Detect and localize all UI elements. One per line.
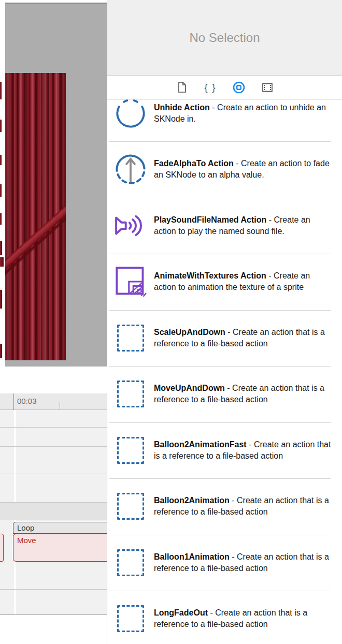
edge-sprite-fragment <box>0 155 2 165</box>
inspector-header: No Selection <box>107 0 342 76</box>
media-library-icon <box>261 81 274 94</box>
library-item-animatewithtextures-action[interactable]: AnimateWithTextures Action - Create an a… <box>107 254 342 310</box>
library-item-balloon2animation[interactable]: Balloon2Animation - Create an action tha… <box>107 478 342 535</box>
edge-sprite-fragment <box>0 82 2 99</box>
library-item-unhide-action[interactable]: Unhide Action - Create an action to unhi… <box>107 99 342 141</box>
edge-sprite-fragment <box>0 184 2 197</box>
timeline-tracks[interactable] <box>0 410 107 615</box>
dashed-square-file-action-icon <box>117 605 144 632</box>
track-separator <box>0 446 107 447</box>
library-item-text: Balloon2Animation - Create an action tha… <box>154 495 342 518</box>
library-item-text: PlaySoundFileNamed Action - Create an ac… <box>154 214 342 237</box>
edge-sprite-fragment <box>0 120 2 132</box>
ruler-tick <box>60 402 60 410</box>
library-item-balloon1animation[interactable]: Balloon1Animation - Create an action tha… <box>107 535 342 591</box>
library-item-text: Unhide Action - Create an action to unhi… <box>154 102 342 125</box>
no-selection-label: No Selection <box>189 31 260 45</box>
timeline-ruler[interactable]: 00:03 <box>0 393 107 410</box>
library-item-text: FadeAlphaTo Action - Create an action to… <box>154 158 342 181</box>
file-template-icon <box>176 81 188 94</box>
track-separator <box>0 589 107 590</box>
object-library-icon <box>232 81 246 94</box>
library-item-text: Balloon1Animation - Create an action tha… <box>154 551 342 574</box>
library-item-text: Balloon2AnimationFast - Create an action… <box>154 439 342 462</box>
scene-editor-panel: − = + 00:03 Loop Move <box>0 0 107 644</box>
edge-sprite-fragment <box>0 257 4 267</box>
timeline-zoom-toolbar: − = + <box>0 367 107 393</box>
tab-media-library[interactable] <box>261 81 274 94</box>
tab-code-snippet-library[interactable]: { } <box>204 81 217 94</box>
dashed-square-file-action-icon <box>117 549 144 576</box>
library-item-fadealphato-action[interactable]: FadeAlphaTo Action - Create an action to… <box>107 141 342 198</box>
edge-sprite-fragment <box>0 213 2 225</box>
fade-alpha-circle-arrow-icon <box>115 153 147 185</box>
library-item-scaleupanddown[interactable]: ScaleUpAndDown - Create an action that i… <box>107 310 342 367</box>
track-separator <box>0 474 107 474</box>
dashed-square-file-action-icon <box>117 325 144 352</box>
xcode-spritekit-editor: − = + 00:03 Loop Move <box>0 0 342 644</box>
edge-sprite-fragment <box>0 344 2 358</box>
scene-canvas[interactable] <box>5 3 107 367</box>
unhide-circle-icon <box>115 99 146 129</box>
track-group-band <box>0 502 107 520</box>
edge-sprite-fragment <box>0 241 2 255</box>
track-separator <box>0 427 107 428</box>
curtain-tieband-shadow <box>5 214 66 276</box>
utilities-panel: No Selection { } <box>107 0 342 644</box>
dashed-square-file-action-icon <box>117 493 144 520</box>
loop-label: Loop <box>17 523 34 532</box>
clipped-action-bar <box>0 534 4 562</box>
library-item-longfadeout[interactable]: LongFadeOut - Create an action that is a… <box>107 591 342 644</box>
library-item-text: MoveUpAndDown - Create an action that is… <box>154 383 342 405</box>
timeline-timecode: 00:03 <box>17 397 37 405</box>
edge-sprite-fragment <box>0 290 2 309</box>
dashed-square-file-action-icon <box>117 437 144 464</box>
library-item-text: LongFadeOut - Create an action that is a… <box>154 607 342 630</box>
library-item-moveupanddown[interactable]: MoveUpAndDown - Create an action that is… <box>107 366 342 422</box>
move-action-bar[interactable]: Move <box>13 534 107 562</box>
library-item-playsoundfilenamed-action[interactable]: PlaySoundFileNamed Action - Create an ac… <box>107 198 342 254</box>
curtain-tieband <box>5 204 66 270</box>
library-tabbar: { } <box>107 76 342 99</box>
layered-textures-icon <box>115 265 147 298</box>
timeline-scale-slider-area <box>0 615 107 644</box>
action-library-list: Unhide Action - Create an action to unhi… <box>107 99 342 644</box>
move-label: Move <box>17 536 36 545</box>
library-item-text: ScaleUpAndDown - Create an action that i… <box>154 327 342 349</box>
dashed-square-file-action-icon <box>117 380 144 407</box>
code-snippet-icon: { } <box>204 82 216 93</box>
library-item-balloon2animationfast[interactable]: Balloon2AnimationFast - Create an action… <box>107 422 342 479</box>
tab-file-template-library[interactable] <box>175 81 189 94</box>
ruler-gutter-divider <box>13 393 14 410</box>
tab-object-library-selected[interactable] <box>232 81 246 94</box>
speaker-sound-icon <box>114 212 147 239</box>
curtain-sprite[interactable] <box>5 73 66 360</box>
library-item-text: AnimateWithTextures Action - Create an a… <box>154 270 342 293</box>
loop-action-bar[interactable]: Loop <box>13 522 107 534</box>
